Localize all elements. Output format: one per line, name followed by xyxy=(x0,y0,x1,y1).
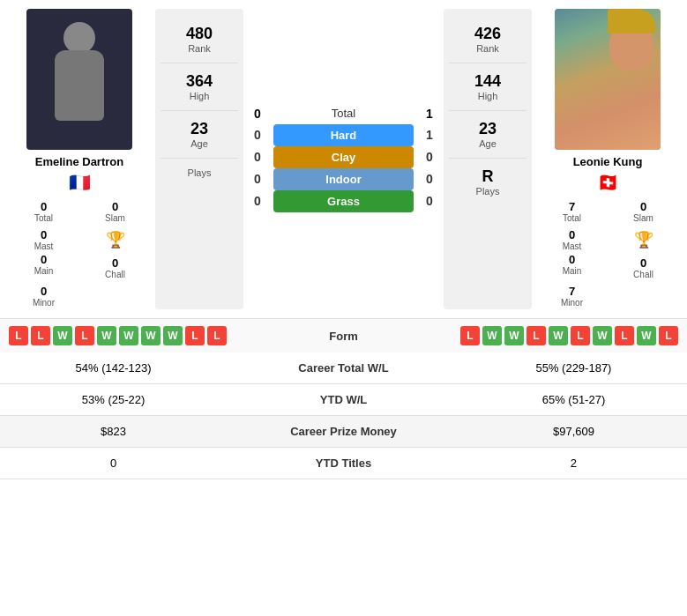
form-section: LLWLWWWWLL Form LWWLWLWLWL xyxy=(0,318,687,353)
grass-button[interactable]: Grass xyxy=(273,190,414,212)
player1-minor-value: 0 xyxy=(41,285,47,298)
player2-slam-cell: 0 Slam xyxy=(609,198,678,225)
player1-mast-value: 0 xyxy=(41,228,47,241)
player1-stats-grid: 0 Total 0 Slam 0 Mast 🏆 0 Main xyxy=(9,198,150,309)
player2-trophy-cell: 🏆 xyxy=(609,226,678,253)
player2-rank-block: 426 Rank xyxy=(449,16,526,63)
top-section: Emeline Dartron 🇫🇷 0 Total 0 Slam 0 Mast… xyxy=(0,0,687,318)
player1-card: Emeline Dartron 🇫🇷 0 Total 0 Slam 0 Mast… xyxy=(9,9,150,309)
ytd-titles-left: 0 xyxy=(0,448,227,479)
player1-chall-cell: 0 Chall xyxy=(80,255,150,281)
indoor-score-left: 0 xyxy=(249,172,266,186)
player2-card: Leonie Kung 🇨🇭 7 Total 0 Slam 0 Mast 🏆 xyxy=(537,9,678,309)
ytd-titles-right: 2 xyxy=(460,448,687,479)
player1-high-block: 364 High xyxy=(161,63,238,111)
player2-mast-label: Mast xyxy=(563,241,582,251)
hard-score-right: 1 xyxy=(421,128,438,142)
player1-slam-value: 0 xyxy=(112,200,118,213)
hard-button[interactable]: Hard xyxy=(273,124,414,146)
player2-stats-grid: 7 Total 0 Slam 0 Mast 🏆 0 Main xyxy=(537,198,678,309)
player2-age-label: Age xyxy=(479,138,497,149)
player1-high-label: High xyxy=(190,91,210,101)
hard-score-left: 0 xyxy=(249,128,266,142)
player1-minor-cell: 0 Minor xyxy=(9,283,78,309)
player1-total-cell: 0 Total xyxy=(9,198,78,225)
player1-rank-value: 480 xyxy=(186,25,213,43)
ytd-wl-right: 65% (51-27) xyxy=(460,384,687,416)
player2-minor-value: 7 xyxy=(569,285,575,298)
form-badge: W xyxy=(593,326,612,345)
grass-score-left: 0 xyxy=(249,194,266,208)
player2-chall-label: Chall xyxy=(633,270,653,279)
player1-name: Emeline Dartron xyxy=(35,155,123,168)
form-badge: W xyxy=(97,326,116,345)
trophy-icon-right: 🏆 xyxy=(634,230,653,249)
player1-photo xyxy=(26,9,132,150)
form-badge: W xyxy=(482,326,502,345)
indoor-button[interactable]: Indoor xyxy=(273,168,414,190)
player1-mast-label: Mast xyxy=(34,241,54,251)
player2-chall-cell: 0 Chall xyxy=(609,255,678,281)
form-badge: L xyxy=(571,326,590,345)
player1-minor-label: Minor xyxy=(33,298,55,308)
ytd-titles-label: YTD Titles xyxy=(227,448,460,479)
player2-center-stats: 426 Rank 144 High 23 Age R Plays xyxy=(444,9,532,309)
grass-row: 0 Grass 0 xyxy=(249,190,438,212)
player1-slam-label: Slam xyxy=(105,213,125,223)
ytd-wl-label: YTD W/L xyxy=(227,384,460,416)
player2-minor-cell: 7 Minor xyxy=(537,283,607,309)
player1-total-value: 0 xyxy=(41,200,47,213)
indoor-row: 0 Indoor 0 xyxy=(249,168,438,190)
player2-high-value: 144 xyxy=(474,72,501,91)
player1-chall-value: 0 xyxy=(112,256,118,270)
player2-total-label: Total xyxy=(563,213,581,223)
form-badge: W xyxy=(141,326,161,345)
player2-flag: 🇨🇭 xyxy=(597,172,619,193)
clay-row: 0 Clay 0 xyxy=(249,146,438,168)
player2-rank-label: Rank xyxy=(476,43,499,54)
form-badge: L xyxy=(207,326,227,345)
player2-mast-cell: 0 Mast xyxy=(537,226,607,253)
form-badge: W xyxy=(53,326,72,345)
player1-main-label: Main xyxy=(34,266,54,276)
player2-main-value: 0 xyxy=(569,253,575,266)
prize-left: $823 xyxy=(0,416,227,448)
clay-score-left: 0 xyxy=(249,150,266,164)
player1-total-label: Total xyxy=(34,213,53,223)
prize-row: $823 Career Prize Money $97,609 xyxy=(0,416,687,448)
form-badge: W xyxy=(504,326,524,345)
player2-high-label: High xyxy=(478,91,498,101)
player2-high-block: 144 High xyxy=(449,63,526,111)
form-badge: W xyxy=(549,326,568,345)
player1-trophy-cell: 🏆 xyxy=(80,226,150,253)
form-badge: L xyxy=(659,326,678,345)
player1-plays-block: Plays xyxy=(161,159,238,187)
form-label: Form xyxy=(291,330,397,343)
bottom-stats-table: 54% (142-123) Career Total W/L 55% (229-… xyxy=(0,353,687,479)
player1-slam-cell: 0 Slam xyxy=(80,198,150,225)
player2-main-label: Main xyxy=(563,266,582,276)
total-score-right: 1 xyxy=(421,107,438,121)
ytd-wl-row: 53% (25-22) YTD W/L 65% (51-27) xyxy=(0,384,687,416)
form-badge: L xyxy=(31,326,50,345)
player1-age-block: 23 Age xyxy=(161,111,238,159)
player1-age-value: 23 xyxy=(190,120,208,138)
player1-center-stats: 480 Rank 364 High 23 Age Plays xyxy=(155,9,243,309)
form-badge: L xyxy=(75,326,94,345)
total-score-left: 0 xyxy=(249,107,266,121)
clay-score-right: 0 xyxy=(421,150,438,164)
player2-total-value: 7 xyxy=(569,200,575,213)
player1-mast-cell: 0 Mast xyxy=(9,226,78,253)
player1-form-badges: LLWLWWWWLL xyxy=(9,326,291,345)
clay-button[interactable]: Clay xyxy=(273,146,414,168)
indoor-score-right: 0 xyxy=(421,172,438,186)
player1-rank-label: Rank xyxy=(188,43,211,54)
player2-photo xyxy=(555,9,661,150)
player2-form-badges: LWWLWLWLWL xyxy=(397,326,679,345)
player2-slam-value: 0 xyxy=(640,200,646,213)
player1-flag: 🇫🇷 xyxy=(69,172,91,193)
player2-chall-value: 0 xyxy=(640,256,646,270)
player2-minor-label: Minor xyxy=(561,298,583,308)
main-container: Emeline Dartron 🇫🇷 0 Total 0 Slam 0 Mast… xyxy=(0,0,687,479)
form-badge: L xyxy=(460,326,480,345)
